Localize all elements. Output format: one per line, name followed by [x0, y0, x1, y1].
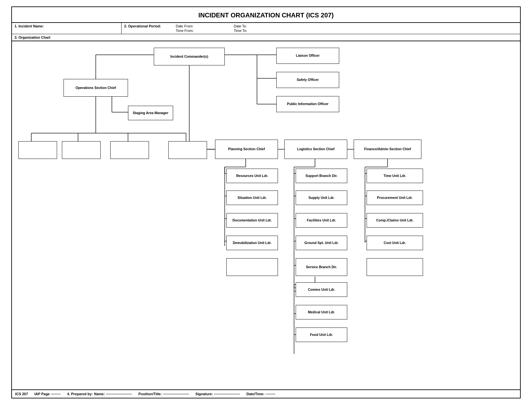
liaison-officer-box: Liaison Officer	[276, 48, 339, 64]
iap-label: IAP Page	[34, 392, 50, 396]
header-row-1: 1. Incident Name: 2. Operational Period:…	[12, 22, 520, 34]
food-unit-ldr-box: Food Unit Ldr.	[296, 328, 347, 342]
resources-unit-ldr-box: Resources Unit Ldr.	[226, 169, 278, 183]
comms-unit-ldr-box: Comms Unit Ldr.	[296, 282, 347, 297]
ground-spt-unit-ldr-box: Ground Spt. Unit Ldr.	[296, 236, 347, 250]
incident-name-label: 1. Incident Name:	[12, 23, 122, 34]
cost-unit-ldr-box: Cost Unit Ldr.	[367, 236, 423, 250]
ops-sub-box-4	[168, 141, 207, 159]
date-time-label: Date/Time:	[246, 392, 264, 396]
page-container: INCIDENT ORGANIZATION CHART (ICS 207) 1.…	[11, 6, 521, 398]
medical-unit-ldr-box: Medical Unit Ldr.	[296, 305, 347, 319]
prepared-by-label: 4. Prepared by:	[67, 392, 93, 396]
supply-unit-ldr-box: Supply Unit Ldr.	[296, 191, 347, 205]
position-title-value[interactable]	[163, 394, 189, 394]
page-title: INCIDENT ORGANIZATION CHART (ICS 207)	[12, 7, 520, 22]
service-branch-dir-box: Service Branch Dir.	[296, 258, 347, 276]
incident-commander-box: Incident Commander(s)	[154, 48, 225, 65]
date-time-field: Date/Time:	[246, 392, 275, 396]
name-value[interactable]	[106, 394, 132, 394]
finance-admin-section-chief-box: Finance/Admin Section Chief	[354, 140, 421, 159]
date-time-value[interactable]	[266, 394, 275, 394]
situation-unit-ldr-box: Situation Unit Ldr.	[226, 191, 278, 205]
position-title-label: Position/Title:	[138, 392, 162, 396]
org-chart-label: 3. Organization Chart	[15, 35, 50, 39]
op-period-label: 2. Operational Period:	[124, 24, 176, 28]
signature-value[interactable]	[214, 394, 240, 394]
footer: ICS 207 IAP Page 4. Prepared by: Name: P…	[12, 389, 520, 398]
iap-page-field: IAP Page	[34, 392, 61, 396]
date-from-label: Date From:	[176, 24, 234, 28]
signature-field: Signature:	[195, 392, 240, 396]
safety-officer-box: Safety Officer	[276, 72, 339, 88]
finance-empty-box	[367, 258, 423, 276]
name-label: Name:	[94, 392, 105, 396]
iap-page-value[interactable]	[51, 394, 61, 394]
time-from-label: Time From:	[176, 29, 234, 33]
ops-sub-box-3	[110, 141, 149, 159]
org-chart-header: 3. Organization Chart	[12, 34, 520, 41]
ops-sub-box-2	[62, 141, 101, 159]
planning-empty-box	[226, 258, 278, 276]
staging-area-manager-box: Staging Area Manager	[128, 106, 173, 120]
public-info-officer-box: Public Information Officer	[276, 96, 339, 112]
position-title-field: Position/Title:	[138, 392, 189, 396]
ics-label: ICS 207	[15, 392, 28, 396]
time-unit-ldr-box: Time Unit Ldr.	[367, 169, 423, 183]
time-to-label: Time To:	[234, 29, 272, 33]
comp-claims-unit-ldr-box: Comp./Claims Unit Ldr.	[367, 213, 423, 228]
planning-section-chief-box: Planning Section Chief	[215, 140, 278, 159]
signature-label: Signature:	[195, 392, 213, 396]
facilities-unit-ldr-box: Facilities Unit Ldr.	[296, 213, 347, 228]
demobilization-unit-ldr-box: Demobilization Unit Ldr.	[226, 236, 278, 250]
prepared-by-field: 4. Prepared by: Name:	[67, 392, 132, 396]
operations-section-chief-box: Operations Section Chief	[64, 79, 128, 97]
operational-period-section: 2. Operational Period: Date From: Date T…	[122, 23, 520, 34]
ops-sub-box-1	[18, 141, 57, 159]
date-to-label: Date To:	[234, 24, 272, 28]
procurement-unit-ldr-box: Procurement Unit Ldr.	[367, 191, 423, 205]
chart-area: Incident Commander(s) Liaison Officer Sa…	[12, 41, 520, 389]
documentation-unit-ldr-box: Documentation Unit Ldr.	[226, 213, 278, 228]
logistics-section-chief-box: Logistics Section Chief	[284, 140, 347, 159]
support-branch-dir-box: Support Branch Dir.	[296, 169, 347, 183]
